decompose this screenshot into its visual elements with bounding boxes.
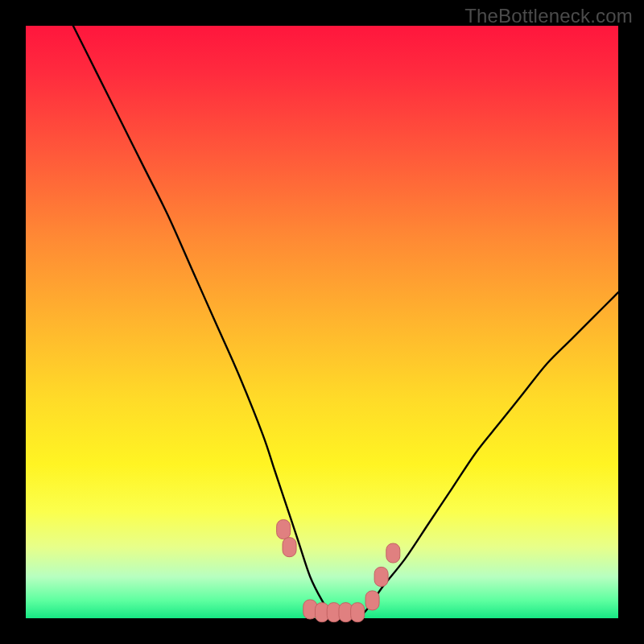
trough-dot bbox=[283, 538, 296, 557]
trough-dot bbox=[351, 603, 365, 622]
chart-frame: TheBottleneck.com bbox=[0, 0, 644, 644]
trough-dot bbox=[277, 520, 291, 539]
trough-dots bbox=[277, 520, 400, 622]
curve-svg bbox=[26, 26, 618, 618]
trough-dot bbox=[374, 567, 388, 586]
watermark-text: TheBottleneck.com bbox=[464, 5, 633, 27]
bottleneck-curve bbox=[73, 26, 618, 620]
plot-area bbox=[26, 26, 618, 618]
trough-dot bbox=[365, 591, 379, 610]
trough-dot bbox=[386, 543, 400, 563]
